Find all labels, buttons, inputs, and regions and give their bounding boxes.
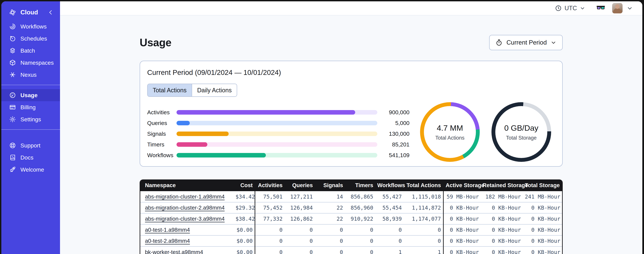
timezone-selector[interactable]: UTC: [555, 5, 585, 12]
namespace-link[interactable]: a0-test-1.a98mm4: [145, 227, 190, 233]
glasses-button[interactable]: [596, 4, 606, 13]
schedules-icon: [9, 35, 16, 42]
bar-value: 85,201: [377, 141, 410, 148]
total-actions-cell: 0: [404, 236, 443, 246]
sidebar-item-settings[interactable]: Settings: [1, 113, 60, 125]
settings-icon: [9, 116, 16, 123]
activities-cell: 0: [255, 236, 284, 246]
namespaces-icon: [9, 59, 16, 66]
bar-track: [176, 132, 377, 136]
bar-value: 900,000: [377, 109, 410, 116]
bar-fill: [176, 121, 190, 125]
sidebar-item-namespaces[interactable]: Namespaces: [1, 57, 60, 69]
namespace-link[interactable]: abs-migration-cluster-2.a98mm4: [145, 204, 224, 211]
total-actions-cell: 1,115,018: [404, 191, 443, 202]
bar-fill: [176, 142, 207, 147]
sidebar-item-nexus[interactable]: Nexus: [1, 69, 60, 81]
chart-row-timers: Timers 85,201: [147, 139, 410, 150]
column-header-namespace: Namespace: [140, 180, 234, 191]
sidebar-brand[interactable]: Cloud: [1, 6, 60, 19]
sidebar-item-usage[interactable]: Usage: [1, 89, 60, 101]
active-storage-cell: 0 KB-Hour: [443, 236, 480, 246]
workflows-icon: [9, 23, 16, 30]
namespace-link[interactable]: a0-test-2.a98mm4: [145, 238, 190, 244]
workflows-cell: 58,939: [375, 213, 404, 224]
clock-icon: [555, 5, 562, 12]
actions-tabs: Total Actions Daily Actions: [147, 84, 237, 97]
total-storage-donut: 0 GB/Day Total Storage: [492, 102, 551, 162]
period-selector-button[interactable]: Current Period: [489, 35, 563, 50]
sidebar-item-label: Schedules: [20, 35, 47, 42]
sidebar-nav-footer: Support Docs: [1, 138, 60, 177]
sidebar-divider: [1, 129, 60, 130]
signals-cell: 0: [315, 224, 345, 236]
usage-icon: [9, 92, 16, 99]
bar-track: [176, 142, 377, 147]
retained-storage-cell: 0 KB-Hour: [480, 213, 522, 224]
table-row: a0-test-1.a98mm4 $0.00 0 0 0 0 0 0 0 KB-…: [140, 224, 562, 236]
sidebar-collapse-button[interactable]: [48, 9, 54, 16]
sidebar: Cloud Workflows Schedul: [1, 1, 60, 254]
donut-value: 4.7 MM: [437, 123, 463, 132]
namespace-link[interactable]: abs-migration-cluster-1.a98mm4: [145, 194, 224, 200]
sidebar-item-support[interactable]: Support: [1, 140, 60, 152]
bar-label: Timers: [147, 141, 176, 148]
timezone-label: UTC: [564, 5, 577, 12]
sidebar-item-docs[interactable]: Docs: [1, 152, 60, 164]
sidebar-item-schedules[interactable]: Schedules: [1, 32, 60, 44]
current-period-card: Current Period (09/01/2024 — 10/01/2024)…: [140, 61, 563, 167]
tab-daily-actions[interactable]: Daily Actions: [192, 84, 237, 96]
card-title: Current Period (09/01/2024 — 10/01/2024): [147, 68, 555, 76]
namespace-link[interactable]: abs-migration-cluster-3.a98mm4: [145, 216, 224, 222]
namespace-link[interactable]: bk-worker-test.a98mm4: [145, 249, 203, 254]
page-content: Usage Current Period: [60, 16, 642, 254]
bar-value: 5,000: [377, 120, 410, 126]
bar-fill: [176, 132, 229, 136]
table-header-row: Namespace Cost Activities Queries Signal…: [140, 180, 562, 191]
sidebar-item-welcome[interactable]: Welcome: [1, 164, 60, 176]
sidebar-item-label: Batch: [20, 48, 35, 54]
retained-storage-cell: 0 KB-Hour: [480, 202, 522, 213]
sidebar-item-batch[interactable]: Batch: [1, 44, 60, 57]
table-row: abs-migration-cluster-1.a98mm4 $34.42 75…: [140, 191, 562, 202]
sidebar-nav-main: Workflows Schedules Batch: [1, 19, 60, 82]
batch-icon: [9, 47, 16, 54]
sidebar-item-label: Welcome: [20, 166, 44, 173]
retained-storage-cell: 182 MB-Hour: [480, 191, 522, 202]
docs-icon: [9, 154, 16, 161]
column-header-activities: Activities: [255, 180, 284, 191]
avatar[interactable]: [612, 3, 622, 14]
table-row: abs-migration-cluster-2.a98mm4 $29.32 75…: [140, 202, 562, 213]
sidebar-item-label: Docs: [20, 154, 33, 161]
cost-cell: $38.42: [234, 213, 255, 224]
tab-total-actions[interactable]: Total Actions: [148, 84, 192, 96]
column-header-cost: Cost: [234, 180, 255, 191]
table-row: abs-migration-cluster-3.a98mm4 $38.42 77…: [140, 213, 562, 224]
total-storage-cell: 0 KB-Hour: [522, 213, 562, 224]
active-storage-cell: 59 MB-Hour: [443, 191, 480, 202]
sidebar-item-billing[interactable]: Billing: [1, 101, 60, 113]
user-menu-chevron[interactable]: [626, 5, 633, 12]
sidebar-item-workflows[interactable]: Workflows: [1, 20, 60, 32]
cost-cell: $0.00: [234, 224, 255, 236]
retained-storage-cell: 0 KB-Hour: [480, 236, 522, 246]
workflows-cell: 55,454: [375, 202, 404, 213]
total-actions-cell: 0: [404, 224, 443, 236]
bar-label: Activities: [147, 109, 176, 116]
queries-cell: 0: [284, 246, 315, 254]
sidebar-divider: [1, 85, 60, 85]
sidebar-item-label: Workflows: [20, 23, 46, 30]
app-window: Cloud Workflows Schedul: [1, 1, 642, 254]
namespace-usage-table: Namespace Cost Activities Queries Signal…: [140, 180, 563, 254]
total-storage-cell: 0 KB-Hour: [522, 246, 562, 254]
queries-cell: 126,984: [284, 202, 315, 213]
bar-label: Queries: [147, 120, 176, 126]
bar-label: Signals: [147, 130, 176, 137]
signals-cell: 14: [315, 191, 345, 202]
sidebar-nav-account: Usage Billing Settings: [1, 88, 60, 127]
temporal-cloud-icon: [9, 8, 16, 16]
bar-label: Workflows: [147, 152, 176, 158]
timers-cell: 0: [345, 236, 375, 246]
total-actions-donut: 4.7 MM Total Actions: [420, 102, 480, 162]
retained-storage-cell: 0 KB-Hour: [480, 224, 522, 236]
